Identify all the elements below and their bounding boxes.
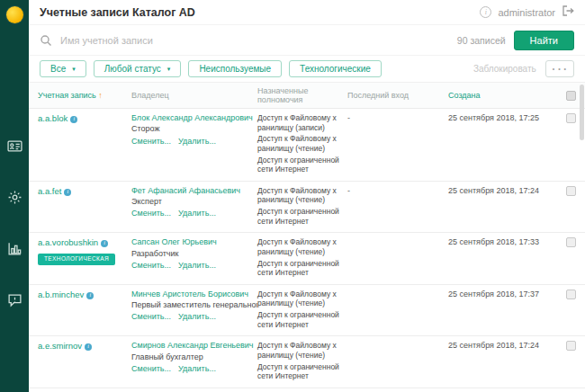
filter-bar: Все ▾ Любой статус ▾ Неиспользуемые Техн… xyxy=(29,56,585,83)
app-logo[interactable] xyxy=(6,6,23,23)
permission-item: Доступ к ограниченной сети Интернет xyxy=(257,362,340,381)
account-info-icon[interactable]: i xyxy=(101,240,108,247)
account-info-icon[interactable]: i xyxy=(64,189,71,196)
account-info-icon[interactable]: i xyxy=(70,116,77,123)
search-input[interactable] xyxy=(60,35,449,46)
chevron-down-icon: ▾ xyxy=(72,66,76,73)
account-cell: a.a.vorobushkini ТЕХНОЛОГИЧЕСКАЯ xyxy=(38,237,131,264)
table-row: a.e.smirnovi Смирнов Александр Евгеньеви… xyxy=(29,336,585,388)
owner-cell: Минчев Аристотель Борисович Первый замес… xyxy=(131,290,257,323)
column-header-last-login: Последний вход xyxy=(347,91,448,100)
delete-owner-link[interactable]: Удалить... xyxy=(178,364,216,374)
change-owner-link[interactable]: Сменить... xyxy=(131,261,171,271)
row-checkbox[interactable] xyxy=(566,186,576,196)
account-cell: a.b.minchevi xyxy=(38,290,131,300)
last-login-cell: - xyxy=(347,113,448,123)
column-header-account[interactable]: Учетная запись ↑ xyxy=(38,91,131,100)
change-owner-link[interactable]: Сменить... xyxy=(131,312,171,322)
table-row: a.a.vorobushkini ТЕХНОЛОГИЧЕСКАЯ Сапсан … xyxy=(29,233,585,285)
column-header-owner: Владелец xyxy=(131,91,257,100)
owner-cell: Блок Александр Александрович Сторож Смен… xyxy=(131,113,257,147)
created-cell: 25 сентября 2018, 17:33 xyxy=(448,237,549,247)
more-actions-button[interactable]: • • • xyxy=(545,60,574,77)
row-checkbox[interactable] xyxy=(566,341,576,351)
row-checkbox[interactable] xyxy=(566,113,576,123)
owner-link[interactable]: Минчев Аристотель Борисович xyxy=(131,290,257,299)
page-title: Учетные записи Каталог AD xyxy=(40,6,195,19)
permission-item: Доступ к Файловому хранилищу (чтение) xyxy=(257,186,340,205)
row-checkbox[interactable] xyxy=(566,237,576,247)
username-label: administrator xyxy=(498,7,555,18)
delete-owner-link[interactable]: Удалить... xyxy=(178,261,216,271)
permission-item: Доступ к ограниченной сети Интернет xyxy=(257,156,340,174)
reports-icon[interactable] xyxy=(7,241,22,256)
account-cell: a.e.smirnovi xyxy=(38,341,131,352)
owner-position: Первый заместитель генерального ди xyxy=(131,300,257,310)
owner-link[interactable]: Сапсан Олег Юрьевич xyxy=(131,237,257,247)
account-link[interactable]: a.e.smirnov xyxy=(38,341,82,351)
column-header-permissions: Назначенные полномочия xyxy=(257,86,347,104)
scrollbar-thumb[interactable] xyxy=(580,85,584,140)
status-dropdown-label: Любой статус xyxy=(104,64,161,74)
settings-icon[interactable] xyxy=(7,190,22,205)
account-info-icon[interactable]: i xyxy=(85,343,92,351)
block-button[interactable]: Заблокировать xyxy=(473,64,536,74)
change-owner-link[interactable]: Сменить... xyxy=(131,209,171,218)
table-row: a.e.yackivi Яцкив Андрей Эдуардович Нача… xyxy=(29,388,585,392)
filter-actions: Заблокировать • • • xyxy=(473,60,574,77)
search-icon xyxy=(40,34,52,47)
created-cell: 25 сентября 2018, 17:24 xyxy=(448,341,549,351)
owner-link[interactable]: Блок Александр Александрович xyxy=(131,113,257,123)
permission-item: Доступ к Файловому хранилищу (чтение) xyxy=(257,237,340,256)
find-button[interactable]: Найти xyxy=(514,31,574,50)
owner-position: Разработчик xyxy=(131,249,257,259)
owner-cell: Фет Афанасий Афанасьевич Эксперт Сменить… xyxy=(131,186,257,219)
table-row: a.b.minchevi Минчев Аристотель Борисович… xyxy=(29,285,585,337)
permission-item: Доступ к ограниченной сети Интернет xyxy=(257,310,340,329)
permissions-cell: Доступ к Файловому хранилищу (записи)Дос… xyxy=(257,113,347,176)
owner-link[interactable]: Смирнов Александр Евгеньевич xyxy=(131,341,257,351)
created-cell: 25 сентября 2018, 17:25 xyxy=(448,113,549,123)
change-owner-link[interactable]: Сменить... xyxy=(131,137,171,147)
change-owner-link[interactable]: Сменить... xyxy=(131,364,171,374)
column-header-created[interactable]: Создана xyxy=(448,91,549,100)
account-cell: a.a.feti xyxy=(38,186,131,197)
permission-item: Доступ к ограниченной сети Интернет xyxy=(257,259,340,278)
alerts-icon[interactable] xyxy=(7,292,22,307)
user-info-icon[interactable]: i xyxy=(480,6,491,18)
user-box: i administrator xyxy=(480,4,574,21)
table-body: a.a.bloki Блок Александр Александрович С… xyxy=(29,109,585,392)
scope-dropdown-label: Все xyxy=(50,64,66,74)
filter-unused-toggle[interactable]: Неиспользуемые xyxy=(188,60,282,77)
row-checkbox[interactable] xyxy=(566,290,576,299)
account-info-icon[interactable]: i xyxy=(86,292,94,299)
app-window: Учетные записи Каталог AD i administrato… xyxy=(0,0,585,392)
permissions-cell: Доступ к Файловому хранилищу (чтение)Дос… xyxy=(257,186,347,228)
account-link[interactable]: a.a.vorobushkin xyxy=(38,237,98,247)
sidebar-nav xyxy=(7,138,22,307)
search-bar: 90 записей Найти xyxy=(29,25,585,56)
owner-position: Сторож xyxy=(131,124,257,134)
select-all-checkbox[interactable] xyxy=(566,91,576,101)
filter-tech-toggle[interactable]: Технологические xyxy=(289,60,382,77)
delete-owner-link[interactable]: Удалить... xyxy=(178,137,216,147)
account-link[interactable]: a.a.fet xyxy=(38,186,61,196)
owner-cell: Смирнов Александр Евгеньевич Главный бух… xyxy=(131,341,257,374)
permission-item: Доступ к Файловому хранилищу (записи) xyxy=(257,113,340,132)
scope-dropdown[interactable]: Все ▾ xyxy=(40,60,86,77)
logout-icon[interactable] xyxy=(562,4,574,21)
owner-position: Эксперт xyxy=(131,197,257,207)
account-link[interactable]: a.a.blok xyxy=(38,113,68,123)
account-link[interactable]: a.b.minchev xyxy=(38,290,84,299)
sidebar xyxy=(0,0,29,392)
table-header: Учетная запись ↑ Владелец Назначенные по… xyxy=(29,83,585,109)
delete-owner-link[interactable]: Удалить... xyxy=(178,209,216,218)
accounts-icon[interactable] xyxy=(7,138,22,154)
owner-link[interactable]: Фет Афанасий Афанасьевич xyxy=(131,186,257,196)
owner-cell: Сапсан Олег Юрьевич Разработчик Сменить.… xyxy=(131,237,257,271)
delete-owner-link[interactable]: Удалить... xyxy=(178,312,216,322)
sort-asc-icon: ↑ xyxy=(98,91,103,100)
records-count: 90 записей xyxy=(457,35,506,46)
permission-item: Доступ к Файловому хранилищу (чтение) xyxy=(257,341,340,360)
status-dropdown[interactable]: Любой статус ▾ xyxy=(94,60,182,77)
